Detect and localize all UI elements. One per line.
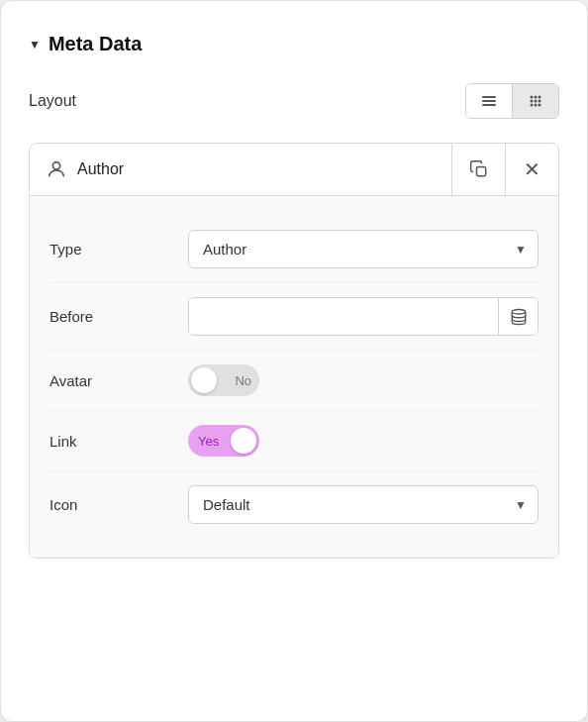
link-row: Link Yes bbox=[49, 411, 539, 471]
section-title: Meta Data bbox=[49, 33, 142, 55]
before-label: Before bbox=[49, 308, 188, 325]
svg-point-11 bbox=[539, 104, 541, 107]
svg-point-6 bbox=[531, 100, 534, 103]
link-label: Link bbox=[49, 433, 188, 450]
before-row: Before bbox=[49, 283, 539, 351]
layout-list-button[interactable] bbox=[466, 84, 513, 118]
chevron-down-icon: ▼ bbox=[29, 38, 41, 52]
avatar-toggle-knob bbox=[191, 367, 217, 393]
close-icon: ✕ bbox=[524, 157, 540, 181]
before-control bbox=[188, 297, 539, 336]
type-row: Type Author Editor Contributor ▼ bbox=[49, 216, 539, 283]
card-header: Author ✕ bbox=[30, 144, 558, 196]
svg-point-12 bbox=[52, 162, 59, 169]
icon-select-wrapper: Default None Custom ▼ bbox=[188, 485, 539, 524]
person-icon bbox=[46, 158, 67, 180]
link-control: Yes bbox=[188, 425, 539, 457]
database-icon-button[interactable] bbox=[498, 298, 538, 335]
grid-icon bbox=[527, 92, 544, 110]
link-toggle-knob bbox=[231, 428, 256, 454]
avatar-toggle-text: No bbox=[235, 373, 251, 388]
svg-point-9 bbox=[531, 104, 534, 107]
type-label: Type bbox=[49, 241, 188, 258]
copy-icon bbox=[469, 159, 489, 179]
card-header-title: Author bbox=[30, 145, 451, 194]
before-input[interactable] bbox=[189, 298, 498, 335]
close-button[interactable]: ✕ bbox=[505, 144, 558, 195]
type-control: Author Editor Contributor ▼ bbox=[188, 230, 539, 268]
svg-point-10 bbox=[535, 104, 538, 107]
list-icon bbox=[480, 92, 498, 110]
link-toggle-text-yes: Yes bbox=[198, 434, 219, 449]
svg-point-5 bbox=[539, 96, 541, 99]
link-toggle[interactable]: Yes bbox=[188, 425, 259, 457]
svg-rect-13 bbox=[476, 167, 485, 176]
avatar-row: Avatar No bbox=[49, 351, 539, 411]
icon-control: Default None Custom ▼ bbox=[188, 485, 539, 524]
icon-label: Icon bbox=[49, 496, 188, 513]
before-input-wrapper bbox=[188, 297, 539, 336]
layout-grid-button[interactable] bbox=[513, 84, 558, 118]
svg-point-3 bbox=[531, 96, 534, 99]
avatar-toggle-slider: No bbox=[188, 364, 259, 396]
layout-label: Layout bbox=[29, 92, 76, 110]
icon-row: Icon Default None Custom ▼ bbox=[49, 471, 539, 538]
panel: ▼ Meta Data Layout bbox=[0, 0, 588, 722]
avatar-label: Avatar bbox=[49, 372, 188, 389]
layout-row: Layout bbox=[29, 83, 559, 119]
link-toggle-slider: Yes bbox=[188, 425, 259, 457]
avatar-control: No bbox=[188, 364, 539, 396]
svg-rect-2 bbox=[482, 104, 496, 106]
svg-point-8 bbox=[539, 100, 541, 103]
card-title: Author bbox=[77, 160, 124, 178]
copy-button[interactable] bbox=[451, 144, 505, 195]
svg-point-7 bbox=[535, 100, 538, 103]
svg-point-14 bbox=[512, 309, 526, 314]
author-card: Author ✕ Type Author bbox=[29, 143, 559, 559]
database-icon bbox=[510, 308, 528, 326]
card-body: Type Author Editor Contributor ▼ Before bbox=[30, 196, 558, 558]
svg-rect-1 bbox=[482, 100, 496, 102]
svg-point-4 bbox=[535, 96, 538, 99]
layout-buttons bbox=[465, 83, 559, 119]
section-header: ▼ Meta Data bbox=[29, 33, 559, 55]
type-select[interactable]: Author Editor Contributor bbox=[188, 230, 539, 268]
avatar-toggle[interactable]: No bbox=[188, 364, 259, 396]
icon-select[interactable]: Default None Custom bbox=[188, 485, 539, 524]
type-select-wrapper: Author Editor Contributor ▼ bbox=[188, 230, 539, 268]
svg-rect-0 bbox=[482, 96, 496, 98]
